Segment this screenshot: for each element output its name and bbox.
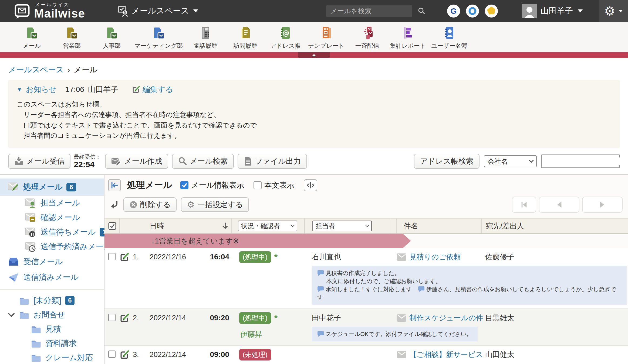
file-export-button[interactable]: ファイル出力: [238, 154, 307, 169]
subject-link[interactable]: 制作スケジュールの件: [409, 313, 483, 323]
sidebar-item-2[interactable]: 担当メール: [0, 196, 104, 210]
app-item-6[interactable]: 訪問履歴: [225, 25, 265, 50]
address-book-search-button[interactable]: アドレス帳検索: [414, 154, 480, 169]
address-search-input[interactable]: [544, 157, 628, 165]
company-name-select[interactable]: 会社名: [484, 155, 537, 167]
status-badge: (処理中): [239, 251, 271, 263]
sidebar-folder-5[interactable]: クレーム対応: [0, 351, 104, 364]
sidebar-folder-4[interactable]: 資料請求: [0, 336, 104, 351]
app-toolbar: メール 営業部 人事部 マーケティング部 電話履歴 訪問履歴 @アドレス帳 テン…: [0, 22, 628, 52]
app-item-2[interactable]: 営業部: [52, 25, 92, 50]
recipient-name: 目黒雄太: [481, 313, 628, 323]
column-datetime[interactable]: 日時: [146, 221, 194, 231]
edit-mail-icon[interactable]: [119, 313, 133, 323]
first-page-button[interactable]: [512, 197, 536, 213]
subject-link[interactable]: 【ご相談】新サービス: [409, 350, 483, 359]
row-checkbox[interactable]: [108, 253, 116, 260]
app-item-label: テンプレート: [308, 42, 345, 50]
subject-link[interactable]: 見積りのご依頼: [409, 252, 461, 262]
app-item-5[interactable]: 電話履歴: [185, 25, 225, 50]
brand[interactable]: メールワイズ Mailwise: [14, 2, 85, 19]
sidebar-item-6[interactable]: 受信メール: [0, 254, 104, 270]
last-received-label: 最終受信：: [74, 154, 101, 160]
edit-mail-icon[interactable]: [119, 252, 133, 262]
sidebar-item-5[interactable]: 送信予約済みメール: [0, 239, 104, 254]
user-menu[interactable]: 山田羊子: [522, 4, 583, 18]
column-subject[interactable]: 件名: [397, 221, 481, 231]
sort-descending-icon[interactable]: [194, 222, 231, 230]
app-item-3[interactable]: 人事部: [92, 25, 132, 50]
announcement-collapse-toggle[interactable]: ▼: [17, 87, 22, 93]
sidebar-folder-label: クレーム対応: [45, 352, 93, 363]
sidebar-item-4[interactable]: 送信待ちメール1: [0, 225, 104, 239]
announcement-line: 担当者間のコミュニケーションが円滑に行えます。: [17, 130, 611, 141]
broadcast-icon: [360, 25, 375, 41]
row-checkbox[interactable]: [108, 351, 116, 358]
app-item-4[interactable]: マーケティング部: [132, 25, 185, 50]
mail-list-panel: 処理メール メール情報表示 本文表示: [104, 175, 628, 364]
sidebar-folder-2[interactable]: お問合せ: [0, 308, 104, 322]
app-item-10[interactable]: 集計レポート: [387, 25, 429, 50]
sidebar-item-1[interactable]: 処理メール6: [0, 178, 104, 196]
mailspace-selector[interactable]: メールスペース: [117, 5, 198, 17]
app-item-9[interactable]: 一斉配信: [347, 25, 387, 50]
sidebar-item-label: 確認メール: [40, 212, 80, 223]
assignee-filter-select[interactable]: 担当者: [312, 221, 372, 231]
select-all-checkbox[interactable]: [104, 222, 119, 230]
sidebar-item-3[interactable]: 確認メール: [0, 210, 104, 225]
sidebar-folder-label: お問合せ: [33, 310, 65, 320]
mail-compose-button[interactable]: メール作成: [105, 154, 168, 169]
breadcrumb-mailspace-link[interactable]: メールスペース: [8, 64, 64, 75]
sidebar-item-label: 受信メール: [23, 256, 63, 267]
toolbar-collapse-button[interactable]: [298, 52, 330, 58]
compose-icon: [111, 157, 121, 166]
status-confirmer-filter-select[interactable]: 状況・確認者: [238, 221, 297, 231]
sidebar-folder-3[interactable]: 見積: [0, 322, 104, 336]
sidebar-item-7[interactable]: 送信済みメール: [0, 270, 104, 285]
sidebar-folder-1[interactable]: [未分類]6: [0, 293, 104, 308]
settings-menu[interactable]: ⚙: [599, 0, 628, 22]
search-icon[interactable]: [417, 7, 426, 15]
office-app-icon[interactable]: [466, 5, 479, 18]
show-body-checkbox[interactable]: 本文表示: [254, 180, 295, 190]
mail-search-button[interactable]: メール検索: [172, 154, 234, 169]
comment-line: スケジュールOKです。添付ファイル確認してください。: [317, 330, 472, 338]
kintone-app-icon[interactable]: [485, 5, 498, 18]
app-item-8[interactable]: テンプレート: [305, 25, 347, 50]
row-checkbox[interactable]: [108, 314, 116, 321]
mail-search-input[interactable]: [330, 7, 417, 15]
app-item-11[interactable]: ユーザー名簿: [428, 25, 470, 50]
mailwise-app: メールワイズ Mailwise メールスペース: [0, 0, 628, 364]
edit-mail-icon[interactable]: [119, 349, 133, 360]
report-icon: [400, 25, 415, 41]
announcement-edit-link[interactable]: 編集する: [132, 84, 173, 95]
chevron-down-icon[interactable]: [8, 312, 15, 318]
unread-count-badge: 6: [65, 296, 75, 305]
previous-page-button[interactable]: [539, 197, 579, 213]
mailspace-icon: [117, 5, 128, 17]
sidebar-divider: [0, 289, 104, 290]
column-recipient[interactable]: 宛先/差出人: [481, 219, 628, 233]
mail-time: 16:04: [194, 253, 231, 261]
next-page-button[interactable]: [582, 197, 623, 213]
column-resize-button[interactable]: [304, 179, 317, 191]
app-item-7[interactable]: @アドレス帳: [265, 25, 305, 50]
unread-count-badge: 6: [66, 183, 76, 191]
app-item-label: 訪問履歴: [234, 42, 257, 50]
delete-button[interactable]: 削除する: [123, 197, 177, 212]
header-search-box[interactable]: [326, 5, 412, 17]
folder-mail-green-icon: [24, 25, 39, 41]
sidebar-item-label: 送信待ちメール: [40, 227, 96, 238]
checkbox-checked-icon: [180, 181, 188, 189]
garoon-app-icon[interactable]: G: [447, 5, 460, 18]
mail-date: 2022/12/16: [146, 253, 194, 261]
bulk-settings-button[interactable]: ⚙ 一括設定する: [181, 197, 249, 212]
table-row: 3.2022/12/1409:00(未処理) 【ご相談】新サービス山田健太: [104, 346, 628, 364]
sidebar-collapse-button[interactable]: [108, 179, 121, 191]
announcement-title[interactable]: お知らせ: [26, 84, 57, 95]
show-mail-info-checkbox[interactable]: メール情報表示: [180, 180, 244, 190]
mail-receive-button[interactable]: メール受信: [8, 154, 70, 169]
app-item-1[interactable]: メール: [12, 25, 52, 50]
sidebar-item-label: 処理メール: [23, 182, 63, 193]
accent-bar: [0, 52, 628, 58]
